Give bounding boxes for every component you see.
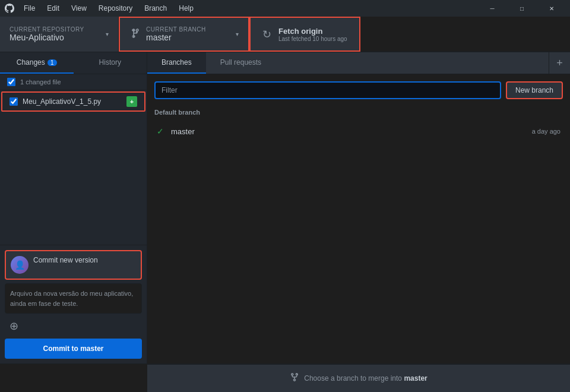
bottom-bar: Choose a branch to merge into master: [0, 363, 570, 392]
tab-spacer: [276, 52, 549, 74]
commit-avatar: 👤: [11, 256, 28, 274]
check-all-checkbox[interactable]: [7, 78, 15, 86]
file-item[interactable]: Meu_AplicativoV_1_5.py +: [1, 91, 145, 112]
branch-filter-row: New branch: [147, 74, 570, 106]
close-button[interactable]: ✕: [538, 0, 565, 17]
repo-name: Meu-Aplicativo: [10, 33, 84, 42]
branch-item-master[interactable]: ✓ master a day ago: [147, 121, 570, 142]
merge-icon: [290, 372, 299, 384]
bottom-left-spacer: [0, 364, 147, 392]
right-panel: Branches Pull requests + New branch Defa…: [147, 52, 570, 363]
branch-current-check-icon: ✓: [157, 127, 166, 136]
menu-file[interactable]: File: [19, 3, 40, 14]
choose-branch-button[interactable]: Choose a branch to merge into master: [147, 364, 570, 392]
current-repo-section[interactable]: Current repository Meu-Aplicativo ▾: [0, 17, 119, 52]
fetch-sub: Last fetched 10 hours ago: [278, 36, 347, 42]
current-branch-section[interactable]: Current branch master ▾: [119, 17, 249, 52]
sync-icon: ↻: [262, 28, 271, 41]
commit-text-area: Commit new version: [33, 256, 136, 274]
merge-text: Choose a branch to merge into master: [304, 374, 427, 382]
content-area: Changes 1 History 1 changed file Meu_Apl…: [0, 52, 570, 363]
tab-branches[interactable]: Branches: [147, 52, 206, 74]
commit-button[interactable]: Commit to master: [5, 339, 142, 359]
title-bar: File Edit View Repository Branch Help ─ …: [0, 0, 570, 17]
minimize-button[interactable]: ─: [479, 0, 506, 17]
commit-desc-area[interactable]: Arquivo da nova versão do meu aplicativo…: [5, 283, 142, 314]
changes-badge: 1: [48, 59, 57, 66]
default-branch-label: Default branch: [147, 106, 570, 121]
tab-pull-requests[interactable]: Pull requests: [206, 52, 276, 74]
repo-chevron-icon: ▾: [106, 31, 109, 37]
menu-edit[interactable]: Edit: [42, 3, 64, 14]
branch-chevron-icon: ▾: [236, 31, 239, 37]
tab-history[interactable]: History: [74, 52, 147, 74]
menu-view[interactable]: View: [66, 3, 91, 14]
file-checkbox[interactable]: [10, 97, 18, 106]
github-logo-icon: [5, 4, 14, 13]
file-list: Meu_AplicativoV_1_5.py +: [0, 90, 147, 245]
commit-description: Arquivo da nova versão do meu aplicativo…: [10, 289, 137, 308]
branch-icon: [129, 28, 140, 41]
file-status-icon: +: [126, 96, 137, 107]
commit-message-box[interactable]: 👤 Commit new version: [5, 250, 142, 280]
branch-item-name: master: [171, 127, 527, 136]
menu-help[interactable]: Help: [174, 3, 198, 14]
menu-branch[interactable]: Branch: [140, 3, 172, 14]
commit-title: Commit new version: [33, 256, 136, 264]
panel-tabs: Branches Pull requests +: [147, 52, 570, 74]
menu-repository[interactable]: Repository: [94, 3, 137, 14]
fetch-origin-section[interactable]: ↻ Fetch origin Last fetched 10 hours ago: [249, 17, 360, 52]
tab-changes[interactable]: Changes 1: [0, 52, 74, 74]
filter-input[interactable]: [154, 81, 501, 99]
branch-item-date: a day ago: [532, 128, 560, 135]
file-name: Meu_AplicativoV_1_5.py: [23, 97, 126, 106]
fetch-label: Fetch origin: [278, 27, 347, 36]
branch-list: ✓ master a day ago: [147, 121, 570, 363]
branch-label: Current branch: [146, 26, 206, 33]
new-branch-button[interactable]: New branch: [506, 81, 563, 99]
commit-actions: ⊕: [5, 317, 142, 335]
branch-name: master: [146, 33, 206, 42]
maximize-button[interactable]: □: [508, 0, 536, 17]
commit-area: 👤 Commit new version Arquivo da nova ver…: [0, 245, 147, 363]
sidebar: Changes 1 History 1 changed file Meu_Apl…: [0, 52, 147, 363]
toolbar-spacer: [360, 17, 570, 52]
menu-bar: File Edit View Repository Branch Help: [19, 3, 479, 14]
add-panel-button[interactable]: +: [549, 52, 570, 74]
add-co-author-icon[interactable]: ⊕: [10, 320, 18, 333]
window-controls: ─ □ ✕: [479, 0, 565, 17]
toolbar: Current repository Meu-Aplicativo ▾ Curr…: [0, 17, 570, 52]
avatar-image: 👤: [11, 256, 28, 274]
repo-label: Current repository: [10, 26, 84, 33]
sidebar-tabs: Changes 1 History: [0, 52, 147, 74]
changes-count: 1 changed file: [20, 78, 61, 86]
changes-header: 1 changed file: [0, 74, 147, 90]
